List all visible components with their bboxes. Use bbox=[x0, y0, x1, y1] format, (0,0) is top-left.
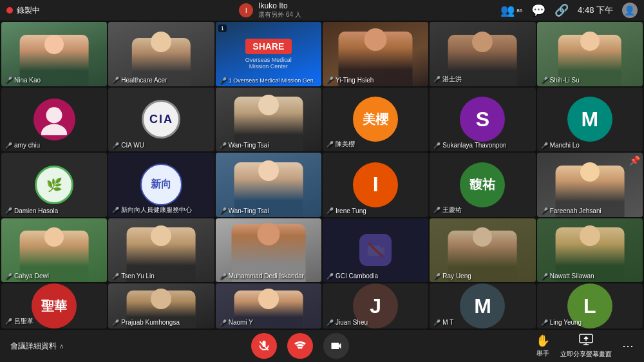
raise-hand-button[interactable]: ✋ 舉手 bbox=[536, 334, 550, 358]
participant-cell-lv-sheng-hua[interactable]: 聖華 🎤 呂聖革 bbox=[1, 283, 107, 329]
participant-name: 🎤 呂聖革 bbox=[5, 317, 33, 326]
share-button[interactable]: 🔗 bbox=[554, 3, 569, 17]
mic-icon: 🎤 bbox=[220, 207, 227, 214]
mic-icon: 🎤 bbox=[541, 319, 548, 326]
mic-icon: 🎤 bbox=[433, 319, 440, 326]
mic-icon: 🎤 bbox=[5, 273, 12, 280]
participant-name: 🎤 陳美櫻 bbox=[327, 140, 355, 149]
camera-off-icon bbox=[359, 234, 392, 266]
participant-cell-xin-xiang[interactable]: 新向 🎤 新向向人員健康服務中心 bbox=[108, 153, 214, 217]
participant-name: 🎤 Muhammad Dedi Iskandar bbox=[220, 272, 304, 280]
participant-cell-wan-ting-tsai-2[interactable]: 🎤 Wan-Ting Tsai bbox=[216, 153, 321, 217]
mic-icon: 🎤 bbox=[433, 76, 440, 82]
participant-cell-jiuan-sheu[interactable]: J 🎤 Jiuan Sheu bbox=[323, 283, 428, 329]
participant-cell-wang-qing-zhu[interactable]: 馥祐 🎤 王慶祐 bbox=[430, 153, 535, 217]
mic-icon: 🎤 bbox=[112, 77, 119, 83]
mic-icon: 🎤 bbox=[327, 319, 334, 326]
share-screen-button[interactable]: 立即分享螢幕畫面 bbox=[560, 334, 612, 359]
participant-name: 🎤 新向向人員健康服務中心 bbox=[112, 205, 192, 214]
more-icon: ⋯ bbox=[622, 339, 634, 353]
org-logo-2: 新向 bbox=[140, 164, 182, 205]
more-button[interactable]: ⋯ bbox=[622, 339, 634, 353]
participants-button[interactable]: 👥86 bbox=[500, 3, 522, 17]
mic-icon: 🎤 bbox=[5, 318, 12, 325]
mute-button[interactable] bbox=[251, 333, 277, 359]
mic-icon: 🎤 bbox=[327, 77, 334, 83]
details-label: 會議詳細資料 bbox=[10, 341, 57, 352]
participant-cell-healthcare-acer[interactable]: 🎤 Healthcare Acer bbox=[108, 22, 214, 86]
participant-name: 🎤 Irene Tung bbox=[327, 207, 366, 214]
participant-cell-mt[interactable]: M 🎤 M T bbox=[430, 283, 535, 329]
host-section: I Ikuko Ito 還有另外 64 人 bbox=[239, 1, 301, 19]
participant-cell-ling-yeung[interactable]: L 🎤 Ling Yeung bbox=[537, 283, 643, 329]
participant-name: 🎤 Healthcare Acer bbox=[112, 77, 167, 84]
participant-name: 🎤 Damien Hasola bbox=[5, 207, 58, 214]
participant-name: 🎤 Wan-Ting Tsai bbox=[220, 142, 269, 149]
participant-name: 🎤 Ray Ueng bbox=[433, 272, 471, 280]
participant-cell-damien-hasola[interactable]: 🌿 🎤 Damien Hasola bbox=[1, 153, 107, 217]
mic-icon: 🎤 bbox=[541, 273, 548, 280]
participant-cell-nina-kao[interactable]: 🎤 Nina Kao bbox=[1, 22, 107, 86]
participant-cell-manchi-lo[interactable]: M 🎤 Manchi Lo bbox=[537, 88, 643, 152]
chat-button[interactable]: 💬 bbox=[531, 3, 545, 17]
end-call-button[interactable] bbox=[287, 333, 313, 359]
participant-cell-amy-chiu[interactable]: 🎤 amy chiu bbox=[1, 88, 107, 152]
mic-icon: 🎤 bbox=[541, 142, 548, 149]
participant-name: 🎤 Nina Kao bbox=[5, 77, 41, 84]
bottom-bar: 會議詳細資料 ∧ ✋ 舉手 bbox=[0, 330, 644, 362]
participant-cell-cia-wu[interactable]: CIA 🎤 CIA WU bbox=[108, 88, 214, 152]
participant-cell-fareenah[interactable]: 📌 🎤 Fareenah Jehsani bbox=[537, 153, 643, 217]
host-info: Ikuko Ito 還有另外 64 人 bbox=[258, 1, 301, 19]
participant-name: 🎤 amy chiu bbox=[5, 142, 40, 149]
host-avatar: I bbox=[239, 3, 253, 17]
video-button[interactable] bbox=[323, 333, 349, 359]
meeting-details[interactable]: 會議詳細資料 ∧ bbox=[10, 341, 64, 352]
mic-icon: 🎤 bbox=[112, 319, 119, 326]
share-screen-label: 立即分享螢幕畫面 bbox=[560, 350, 612, 359]
user-avatar-button[interactable]: 👤 bbox=[622, 3, 638, 18]
participant-cell-shih-li-su[interactable]: 🎤 Shih-Li Su bbox=[537, 22, 643, 86]
top-bar: 錄製中 I Ikuko Ito 還有另外 64 人 👥86 💬 🔗 4:48 下… bbox=[0, 0, 644, 21]
org-logo: 🌿 bbox=[35, 166, 73, 204]
mic-icon: 🎤 bbox=[5, 142, 12, 149]
participant-name: 🎤 Jiuan Sheu bbox=[327, 319, 368, 326]
recording-label: 錄製中 bbox=[17, 5, 40, 16]
chevron-up-icon: ∧ bbox=[59, 343, 64, 350]
extra-controls: ✋ 舉手 立即分享螢幕畫面 ⋯ bbox=[536, 334, 634, 359]
mic-icon: 🎤 bbox=[5, 77, 12, 83]
participant-cell-cahya-dewi[interactable]: 🎤 Cahya Dewi bbox=[1, 218, 107, 283]
mic-icon: 🎤 bbox=[433, 273, 440, 280]
participant-name: 🎤 Yi-Ting Hsieh bbox=[327, 77, 374, 84]
mic-icon: 🎤 bbox=[112, 142, 119, 149]
participant-cell-gci-cambodia[interactable]: 🎤 GCI Cambodia bbox=[323, 218, 428, 283]
mic-icon: 🎤 bbox=[220, 77, 227, 84]
participant-name: 🎤 Cahya Dewi bbox=[5, 272, 49, 280]
participant-cell-prajuab[interactable]: 🎤 Prajuab Kumhongsa bbox=[108, 283, 214, 329]
participant-cell-ray-ueng[interactable]: 🎤 Ray Ueng bbox=[430, 218, 535, 283]
participant-cell-hu-shi-hong[interactable]: 🎤 湛士洪 bbox=[430, 22, 535, 86]
participant-cell-naomi-y[interactable]: 🎤 Naomi Y bbox=[216, 283, 321, 329]
mic-icon: 🎤 bbox=[541, 207, 548, 214]
participant-cell-sukanlaya[interactable]: S 🎤 Sukanlaya Thavonpon bbox=[430, 88, 535, 152]
host-name: Ikuko Ito bbox=[258, 1, 301, 10]
participant-name: 🎤 CIA WU bbox=[112, 142, 144, 149]
participant-cell-yi-ting-hsieh[interactable]: 🎤 Yi-Ting Hsieh bbox=[323, 22, 428, 86]
participant-name: 🎤 GCI Cambodia bbox=[327, 272, 378, 280]
participant-cell-muhammad[interactable]: 🎤 Muhammad Dedi Iskandar bbox=[216, 218, 321, 283]
participant-cell-wan-ting-tsai-1[interactable]: 🎤 Wan-Ting Tsai bbox=[216, 88, 321, 152]
participant-cell-overseas-medical[interactable]: SHARE Overseas Medical Mission Center 1 … bbox=[216, 22, 321, 86]
recording-section: 錄製中 bbox=[6, 5, 40, 16]
call-controls bbox=[251, 333, 349, 359]
participant-cell-irene-tung[interactable]: I 🎤 Irene Tung bbox=[323, 153, 428, 217]
mic-icon: 🎤 bbox=[220, 273, 227, 280]
participant-cell-nawatt[interactable]: 🎤 Nawatt Silawan bbox=[537, 218, 643, 283]
svg-point-0 bbox=[46, 108, 62, 124]
mic-icon: 🎤 bbox=[327, 273, 334, 280]
svg-point-1 bbox=[41, 124, 67, 136]
participant-cell-tsen-yu-lin[interactable]: 🎤 Tsen Yu Lin bbox=[108, 218, 214, 283]
participant-name: 🎤 1 Overseas Medical Mission Gen... bbox=[220, 77, 319, 84]
participant-cell-chen-mei-ying[interactable]: 美櫻 🎤 陳美櫻 bbox=[323, 88, 428, 152]
mic-icon: 🎤 bbox=[327, 207, 334, 214]
pin-badge: 1 bbox=[218, 24, 227, 32]
mic-icon: 🎤 bbox=[541, 77, 548, 83]
